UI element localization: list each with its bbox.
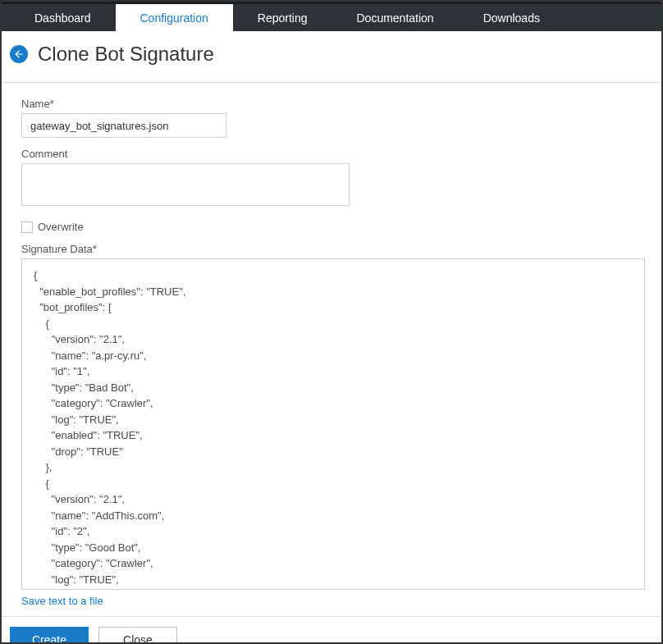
back-button[interactable] bbox=[10, 45, 28, 63]
nav-dashboard[interactable]: Dashboard bbox=[10, 4, 116, 31]
page-title: Clone Bot Signature bbox=[38, 43, 214, 66]
comment-label: Comment bbox=[21, 148, 642, 160]
signature-data-label: Signature Data* bbox=[21, 243, 642, 255]
nav-reporting[interactable]: Reporting bbox=[233, 4, 332, 31]
signature-data-textarea[interactable]: { "enable_bot_profiles": "TRUE", "bot_pr… bbox=[21, 258, 645, 590]
overwrite-label: Overwrite bbox=[38, 221, 84, 233]
overwrite-checkbox[interactable] bbox=[21, 222, 33, 233]
nav-configuration[interactable]: Configuration bbox=[116, 4, 233, 31]
create-button[interactable]: Create bbox=[10, 627, 89, 644]
name-label: Name* bbox=[21, 98, 642, 110]
save-text-link[interactable]: Save text to a file bbox=[21, 595, 103, 607]
page-header: Clone Bot Signature bbox=[2, 31, 661, 83]
comment-textarea[interactable] bbox=[21, 163, 350, 206]
form-body: Name* Comment Overwrite Signature Data* … bbox=[2, 83, 661, 616]
nav-documentation[interactable]: Documentation bbox=[332, 4, 458, 31]
footer: Create Close bbox=[2, 616, 661, 644]
name-input[interactable] bbox=[21, 113, 226, 138]
top-nav: Dashboard Configuration Reporting Docume… bbox=[2, 2, 661, 31]
nav-downloads[interactable]: Downloads bbox=[459, 4, 565, 31]
close-button[interactable]: Close bbox=[98, 627, 177, 644]
back-arrow-icon bbox=[13, 48, 25, 60]
overwrite-row: Overwrite bbox=[21, 221, 642, 233]
